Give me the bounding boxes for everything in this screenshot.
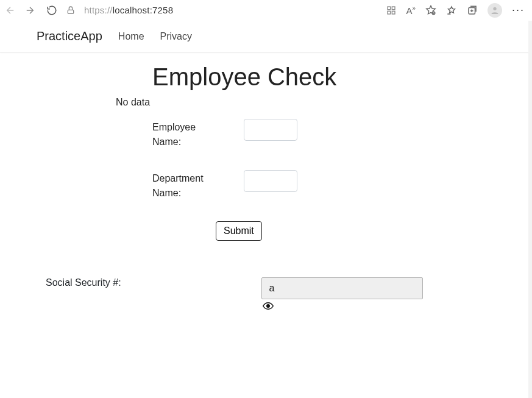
svg-rect-2 — [392, 7, 395, 10]
forward-icon[interactable] — [24, 5, 35, 16]
browser-toolbar: https://localhost:7258 A» ··· — [0, 0, 532, 21]
page-title: Employee Check — [152, 63, 495, 91]
department-name-input[interactable] — [244, 170, 297, 192]
text-size-icon[interactable]: A» — [406, 5, 416, 16]
favorites-list-icon[interactable] — [446, 5, 457, 16]
svg-rect-1 — [388, 7, 391, 10]
url-port: 7258 — [152, 5, 173, 15]
profile-avatar[interactable] — [488, 3, 502, 18]
refresh-icon[interactable] — [46, 5, 57, 16]
page-content: Employee Check No data Employee Name: De… — [0, 52, 532, 313]
back-icon[interactable] — [5, 5, 16, 16]
employee-form: Employee Name: Department Name: Submit — [152, 119, 495, 241]
svg-rect-0 — [68, 10, 73, 13]
collections-icon[interactable] — [467, 5, 478, 16]
address-url[interactable]: https://localhost:7258 — [84, 5, 173, 15]
grid-icon[interactable] — [386, 5, 396, 15]
department-name-label: Department Name: — [152, 170, 213, 201]
nav-privacy[interactable]: Privacy — [160, 31, 192, 42]
svg-point-8 — [266, 305, 269, 308]
lock-icon[interactable] — [66, 5, 76, 15]
svg-rect-3 — [388, 11, 391, 14]
url-prefix: https:// — [84, 5, 113, 15]
eye-icon[interactable] — [263, 302, 423, 313]
nav-home[interactable]: Home — [118, 31, 144, 42]
employee-name-input[interactable] — [244, 119, 297, 141]
submit-button[interactable]: Submit — [216, 221, 262, 241]
favorite-icon[interactable] — [425, 5, 436, 16]
url-host: localhost: — [113, 5, 152, 15]
app-navbar: PracticeApp Home Privacy — [0, 21, 532, 52]
svg-point-7 — [493, 7, 496, 10]
ssn-label: Social Security #: — [46, 277, 121, 288]
svg-rect-4 — [392, 11, 395, 14]
ssn-input[interactable] — [261, 277, 423, 299]
scrollbar-track[interactable] — [528, 21, 532, 398]
brand-link[interactable]: PracticeApp — [37, 29, 102, 43]
more-icon[interactable]: ··· — [512, 4, 525, 16]
status-text: No data — [116, 97, 495, 108]
employee-name-label: Employee Name: — [152, 119, 213, 149]
